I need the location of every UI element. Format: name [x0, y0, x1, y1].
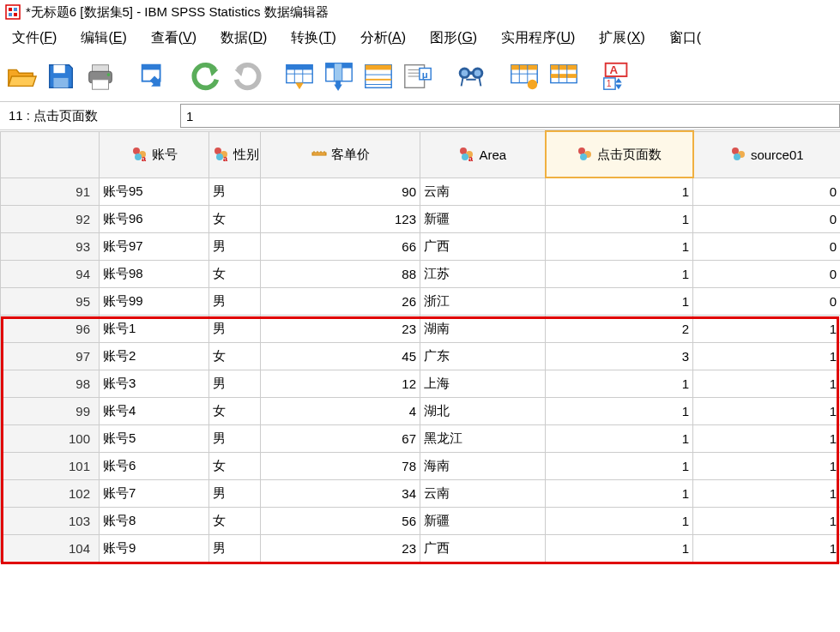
cell[interactable]: 账号1 — [100, 315, 209, 342]
cell[interactable]: 账号7 — [100, 479, 209, 507]
cell[interactable]: 78 — [261, 452, 420, 479]
cell[interactable]: 上海 — [420, 370, 546, 397]
cell[interactable]: 26 — [261, 287, 420, 315]
menu-数据[interactable]: 数据(D) — [208, 29, 279, 47]
cell[interactable]: 1 — [546, 178, 693, 205]
cell[interactable]: 23 — [261, 534, 420, 562]
cell[interactable]: 男 — [209, 315, 261, 342]
cell[interactable]: 0 — [693, 205, 841, 232]
goto-case-button[interactable] — [281, 58, 317, 94]
row-header[interactable]: 91 — [1, 178, 100, 205]
cell[interactable]: 账号95 — [100, 178, 209, 205]
cell[interactable]: 1 — [693, 315, 841, 342]
cell[interactable]: 2 — [546, 315, 693, 342]
cell[interactable]: 1 — [546, 479, 693, 507]
cell[interactable]: 男 — [209, 424, 261, 452]
cell[interactable]: 1 — [693, 397, 841, 424]
menu-查看[interactable]: 查看(V) — [139, 29, 208, 47]
menu-扩展[interactable]: 扩展(X) — [587, 29, 656, 47]
cell[interactable]: 账号6 — [100, 452, 209, 479]
goto-variable-button[interactable] — [321, 58, 357, 94]
cell[interactable]: 1 — [693, 370, 841, 397]
value-labels-button[interactable]: A1 — [599, 58, 635, 94]
redo-button[interactable] — [228, 58, 264, 94]
cell[interactable]: 云南 — [420, 178, 546, 205]
cell[interactable]: 123 — [261, 205, 420, 232]
cell[interactable]: 账号3 — [100, 370, 209, 397]
cell[interactable]: 黑龙江 — [420, 424, 546, 452]
save-button[interactable] — [43, 58, 79, 94]
cell[interactable]: 0 — [693, 178, 841, 205]
row-header[interactable]: 94 — [1, 260, 100, 287]
cell[interactable]: 男 — [209, 370, 261, 397]
row-header[interactable]: 99 — [1, 397, 100, 424]
cell[interactable]: 女 — [209, 342, 261, 370]
column-header-账号[interactable]: a账号 — [100, 131, 209, 178]
cell[interactable]: 海南 — [420, 452, 546, 479]
cell[interactable]: 34 — [261, 479, 420, 507]
open-button[interactable] — [3, 58, 39, 94]
cell[interactable]: 账号8 — [100, 507, 209, 534]
cell[interactable]: 45 — [261, 342, 420, 370]
cell[interactable]: 账号97 — [100, 232, 209, 260]
cell-edit-input[interactable] — [180, 104, 840, 128]
run-syntax-button[interactable]: μ — [400, 58, 436, 94]
row-header[interactable]: 92 — [1, 205, 100, 232]
cell[interactable]: 1 — [546, 232, 693, 260]
row-header[interactable]: 97 — [1, 342, 100, 370]
cell[interactable]: 账号99 — [100, 287, 209, 315]
cell[interactable]: 1 — [693, 452, 841, 479]
cell[interactable]: 账号5 — [100, 424, 209, 452]
cell[interactable]: 云南 — [420, 479, 546, 507]
cell[interactable]: 4 — [261, 397, 420, 424]
data-grid[interactable]: a账号a性别客单价aArea点击页面数source01 91账号95男90云南1… — [0, 130, 840, 563]
recall-dialog-button[interactable] — [136, 58, 172, 94]
cell[interactable]: 1 — [546, 260, 693, 287]
cell[interactable]: 江苏 — [420, 260, 546, 287]
cell[interactable]: 67 — [261, 424, 420, 452]
row-header[interactable]: 93 — [1, 232, 100, 260]
cell[interactable]: 账号9 — [100, 534, 209, 562]
menu-文件[interactable]: 文件(F) — [0, 29, 69, 47]
cell[interactable]: 账号2 — [100, 342, 209, 370]
cell[interactable]: 66 — [261, 232, 420, 260]
cell[interactable]: 1 — [546, 534, 693, 562]
cell[interactable]: 女 — [209, 205, 261, 232]
column-header-客单价[interactable]: 客单价 — [261, 131, 420, 178]
cell[interactable]: 0 — [693, 260, 841, 287]
cell[interactable]: 男 — [209, 178, 261, 205]
menu-实用程序[interactable]: 实用程序(U) — [489, 29, 587, 47]
cell[interactable]: 0 — [693, 232, 841, 260]
cell[interactable]: 广东 — [420, 342, 546, 370]
cell[interactable]: 账号96 — [100, 205, 209, 232]
menu-编辑[interactable]: 编辑(E) — [69, 29, 138, 47]
row-header[interactable]: 100 — [1, 424, 100, 452]
row-header[interactable]: 102 — [1, 479, 100, 507]
cell[interactable]: 男 — [209, 534, 261, 562]
cell[interactable]: 1 — [546, 397, 693, 424]
cell[interactable]: 90 — [261, 178, 420, 205]
cell[interactable]: 12 — [261, 370, 420, 397]
cell[interactable]: 1 — [546, 424, 693, 452]
cell[interactable]: 新疆 — [420, 205, 546, 232]
cell[interactable]: 56 — [261, 507, 420, 534]
row-header[interactable]: 96 — [1, 315, 100, 342]
cell[interactable]: 账号4 — [100, 397, 209, 424]
cell[interactable]: 男 — [209, 287, 261, 315]
cell[interactable]: 23 — [261, 315, 420, 342]
row-header[interactable]: 95 — [1, 287, 100, 315]
cell[interactable]: 1 — [546, 287, 693, 315]
cell[interactable]: 女 — [209, 507, 261, 534]
split-file-button[interactable] — [506, 58, 542, 94]
column-header-性别[interactable]: a性别 — [209, 131, 261, 178]
cell[interactable]: 1 — [546, 507, 693, 534]
cell[interactable]: 1 — [693, 534, 841, 562]
cell[interactable]: 新疆 — [420, 507, 546, 534]
menu-图形[interactable]: 图形(G) — [418, 29, 489, 47]
cell[interactable]: 女 — [209, 397, 261, 424]
row-header[interactable]: 103 — [1, 507, 100, 534]
cell[interactable]: 湖北 — [420, 397, 546, 424]
cell[interactable]: 浙江 — [420, 287, 546, 315]
row-header[interactable]: 101 — [1, 452, 100, 479]
cell[interactable]: 女 — [209, 260, 261, 287]
